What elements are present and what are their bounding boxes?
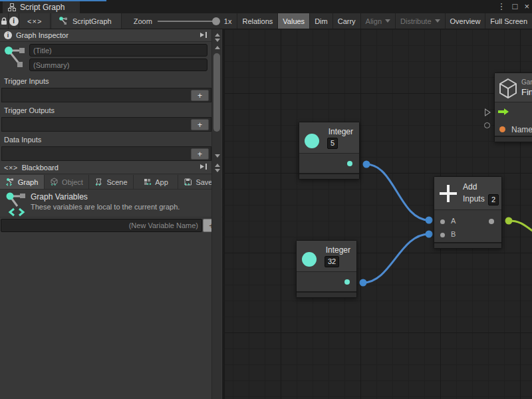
output-port[interactable] (489, 219, 494, 224)
graph-tab-icon (6, 178, 15, 186)
distribute-dropdown[interactable]: Distribute (395, 13, 444, 29)
object-tab-icon (50, 178, 59, 186)
input-label-a: A (451, 217, 456, 225)
chevron-down-icon (435, 19, 440, 23)
graph-variables-description: These variables are local to the current… (31, 203, 180, 211)
zoom-label: Zoom (134, 17, 152, 25)
close-icon[interactable]: × (524, 0, 529, 13)
scroll-down-icon[interactable] (215, 154, 220, 158)
blackboard-header: <×> Blackboard (0, 161, 211, 174)
app-tab-icon (143, 178, 152, 186)
align-dropdown[interactable]: Align (360, 13, 395, 29)
popout-icon[interactable] (200, 163, 207, 170)
output-port[interactable] (344, 279, 350, 285)
graph-name-display[interactable]: ScriptGraph (52, 13, 122, 29)
integer-value-field[interactable]: 32 (325, 256, 339, 267)
graph-summary-input[interactable] (29, 59, 207, 71)
add-data-input-button[interactable]: + (191, 148, 209, 160)
input-port-a[interactable] (440, 219, 445, 224)
edit-source-button[interactable]: <×> (19, 13, 51, 29)
scene-tab-icon (94, 178, 103, 186)
name-input-port[interactable] (499, 126, 505, 132)
inputs-label: Inputs (463, 194, 485, 203)
inputs-count-field[interactable]: 2 (488, 194, 499, 205)
values-button[interactable]: Values (277, 13, 309, 29)
zoom-control: Zoom 1x (122, 13, 237, 29)
popout-icon[interactable] (200, 31, 207, 39)
node-footer (297, 291, 356, 297)
add-trigger-input-button[interactable]: + (191, 90, 209, 101)
tab-object[interactable]: Object (45, 175, 89, 189)
node-footer (299, 173, 359, 179)
window-controls: ⋮ □ × (497, 0, 529, 13)
graph-inspector-header: i Graph Inspector (0, 29, 211, 42)
wire-endpoint[interactable] (505, 217, 513, 225)
zoom-slider-handle[interactable] (212, 17, 220, 25)
graph-name-label: ScriptGraph (72, 17, 112, 25)
node-add[interactable]: Add Inputs 2 A B (434, 176, 502, 249)
node-subtitle: Game (521, 78, 532, 86)
add-icon (440, 185, 457, 202)
scroll-up-icon[interactable] (215, 33, 220, 37)
tab-title: Script Graph (20, 3, 65, 12)
scrollbar-thumb[interactable] (213, 53, 220, 132)
tab-scene[interactable]: Scene (89, 175, 134, 189)
scroll-down-icon[interactable] (215, 39, 220, 42)
external-value-port[interactable] (484, 122, 490, 128)
window-menu-icon[interactable]: ⋮ (497, 0, 506, 13)
zoom-slider[interactable] (158, 21, 219, 22)
graph-title-input[interactable] (29, 44, 207, 57)
external-trigger-port[interactable] (485, 108, 491, 116)
info-icon: i (9, 17, 19, 26)
scroll-up-icon[interactable] (215, 164, 220, 167)
node-title: Find (521, 87, 532, 97)
wire-endpoint[interactable] (360, 279, 367, 287)
wire-endpoint[interactable] (426, 231, 433, 238)
relations-button[interactable]: Relations (237, 13, 277, 29)
wire-endpoint[interactable] (363, 161, 370, 168)
node-integer-5[interactable]: Integer 5 (299, 122, 360, 180)
tab-graph[interactable]: Graph (0, 175, 45, 189)
titlebar: Script Graph ⋮ □ × (0, 0, 532, 13)
wire-add-output[interactable] (509, 221, 532, 231)
output-port[interactable] (347, 161, 352, 166)
graph-hierarchy-icon (8, 3, 16, 11)
info-button[interactable]: i (9, 13, 20, 29)
data-inputs-label: Data Inputs (4, 136, 41, 144)
lock-button[interactable] (0, 13, 9, 29)
wire-endpoint[interactable] (426, 217, 433, 224)
carry-button[interactable]: Carry (332, 13, 360, 29)
scroll-up-icon[interactable] (215, 46, 220, 49)
tab-app[interactable]: App (134, 175, 178, 189)
scroll-down-icon[interactable] (215, 169, 220, 172)
add-trigger-output-button[interactable]: + (191, 119, 209, 130)
wire-integer32-to-add-b[interactable] (363, 234, 429, 283)
node-gameobject-find[interactable]: Game Find Name (494, 72, 532, 142)
gameobject-cube-icon (498, 78, 518, 99)
input-label-b: B (451, 230, 456, 238)
dim-button[interactable]: Dim (309, 13, 332, 29)
trigger-outputs-list: + (1, 117, 211, 132)
graph-canvas[interactable]: Integer 5 Integer 32 Add (223, 29, 532, 399)
wire-integer5-to-add-a[interactable] (366, 164, 429, 220)
node-title: Integer (326, 245, 350, 255)
lock-icon (1, 17, 7, 25)
tab-script-graph[interactable]: Script Graph (3, 1, 80, 13)
integer-type-icon (302, 252, 317, 267)
node-integer-32[interactable]: Integer 32 (296, 240, 357, 298)
saved-tab-icon (184, 178, 192, 186)
new-variable-row: + (0, 217, 222, 233)
graph-glyph-icon (3, 44, 27, 70)
new-variable-name-input[interactable] (1, 219, 202, 232)
maximize-icon[interactable]: □ (513, 0, 518, 13)
script-graph-icon (59, 16, 68, 26)
graph-variables-icon (5, 192, 28, 217)
node-footer (434, 242, 501, 248)
trigger-outputs-label: Trigger Outputs (4, 106, 55, 114)
blackboard-title: Blackboard (22, 164, 59, 172)
full-screen-button[interactable]: Full Screen (485, 13, 532, 29)
overview-button[interactable]: Overview (445, 13, 485, 29)
input-port-b[interactable] (440, 233, 445, 237)
blackboard-icon: <×> (4, 164, 18, 172)
integer-value-field[interactable]: 5 (327, 138, 338, 149)
